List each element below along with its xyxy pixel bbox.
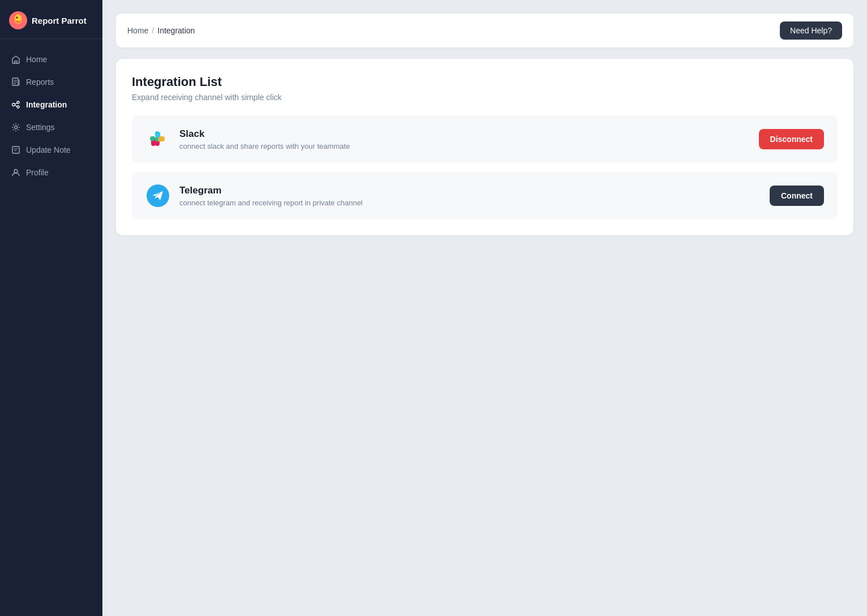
- sidebar-update-note-label: Update Note: [26, 145, 71, 154]
- integration-list-card: Integration List Expand receiving channe…: [116, 59, 853, 235]
- sidebar-item-profile[interactable]: Profile: [0, 161, 102, 184]
- svg-rect-27: [155, 136, 160, 141]
- breadcrumb-current: Integration: [157, 26, 195, 35]
- slack-description: connect slack and share reports with you…: [179, 142, 750, 150]
- svg-point-5: [12, 104, 15, 106]
- sidebar-profile-label: Profile: [26, 168, 49, 177]
- svg-point-7: [17, 106, 19, 108]
- sidebar-item-home[interactable]: Home: [0, 48, 102, 71]
- need-help-button[interactable]: Need Help?: [780, 21, 842, 40]
- svg-rect-26: [160, 136, 162, 141]
- breadcrumb-bar: Home / Integration Need Help?: [116, 14, 853, 48]
- svg-point-6: [17, 101, 19, 104]
- sidebar-home-label: Home: [26, 55, 47, 64]
- profile-icon: [11, 168, 20, 177]
- svg-point-2: [15, 15, 21, 21]
- settings-icon: [11, 123, 20, 132]
- slack-disconnect-button[interactable]: Disconnect: [759, 129, 824, 149]
- sidebar-reports-label: Reports: [26, 77, 54, 87]
- app-logo: Report Parrot: [0, 0, 102, 39]
- svg-rect-20: [155, 133, 160, 136]
- sidebar-integration-label: Integration: [26, 100, 67, 109]
- telegram-info: Telegram connect telegram and receiving …: [179, 185, 761, 207]
- breadcrumb-home: Home: [127, 26, 148, 35]
- main-content: Home / Integration Need Help? Integratio…: [102, 0, 867, 616]
- svg-point-8: [15, 126, 18, 129]
- slack-name: Slack: [179, 128, 750, 140]
- svg-rect-9: [12, 147, 19, 153]
- integration-list-title: Integration List: [132, 75, 838, 89]
- telegram-connect-button[interactable]: Connect: [770, 186, 824, 206]
- sidebar-nav: Home Reports Inte: [0, 44, 102, 616]
- slack-logo: [145, 127, 170, 152]
- sidebar-item-reports[interactable]: Reports: [0, 71, 102, 93]
- telegram-name: Telegram: [179, 185, 761, 196]
- sidebar-settings-label: Settings: [26, 123, 55, 132]
- update-note-icon: [11, 145, 20, 154]
- app-name: Report Parrot: [32, 16, 87, 25]
- breadcrumb-separator: /: [152, 26, 154, 35]
- sidebar-item-settings[interactable]: Settings: [0, 116, 102, 139]
- breadcrumb: Home / Integration: [127, 26, 195, 35]
- svg-point-3: [16, 17, 18, 19]
- slack-integration-item: Slack connect slack and share reports wi…: [132, 115, 838, 163]
- telegram-integration-item: Telegram connect telegram and receiving …: [132, 172, 838, 219]
- svg-rect-24: [155, 141, 160, 144]
- svg-rect-22: [152, 136, 154, 141]
- integration-icon: [11, 100, 20, 109]
- home-icon: [11, 55, 20, 64]
- telegram-description: connect telegram and receiving report in…: [179, 199, 761, 207]
- sidebar-item-integration[interactable]: Integration: [0, 93, 102, 116]
- telegram-logo-circle: [147, 184, 169, 207]
- telegram-logo: [145, 183, 170, 208]
- sidebar: Report Parrot Home Reports: [0, 0, 102, 616]
- integration-list-subtitle: Expand receiving channel with simple cli…: [132, 93, 838, 102]
- sidebar-item-update-note[interactable]: Update Note: [0, 139, 102, 161]
- logo-icon: [9, 11, 27, 29]
- reports-icon: [11, 77, 20, 87]
- slack-info: Slack connect slack and share reports wi…: [179, 128, 750, 150]
- svg-point-10: [14, 170, 18, 173]
